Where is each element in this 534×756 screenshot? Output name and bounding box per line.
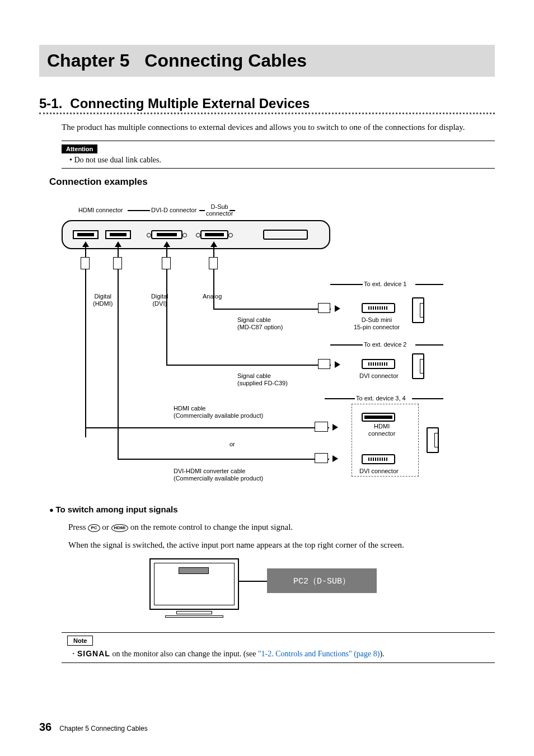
attention-label: Attention — [62, 144, 97, 153]
monitor-stand — [176, 611, 212, 614]
press-prefix: Press — [68, 522, 88, 531]
monitor-base — [165, 615, 223, 618]
label-ext-device-2: To ext. device 2 — [364, 341, 406, 348]
plug-dvi — [162, 257, 171, 269]
ext-device-2 — [412, 353, 424, 379]
note-text-suffix: ). — [380, 650, 384, 658]
label-digital-dvi: Digital (DVI) — [151, 293, 168, 307]
port-hdmi-1 — [73, 230, 99, 239]
press-or: or — [102, 522, 111, 531]
section-title: Connecting Multiple External Devices — [70, 96, 310, 111]
switch-signals-heading: To switch among input signals — [49, 505, 495, 514]
monitor-inner-port — [179, 567, 209, 574]
label-or: or — [229, 441, 235, 448]
plug-dsub-ext — [318, 303, 330, 313]
switch-instruction-1: Press PC or HDMI on the remote control t… — [68, 522, 495, 532]
note-label: Note — [67, 636, 93, 646]
label-ext-device-34: To ext. device 3, 4 — [356, 395, 406, 402]
note-block: Note ・SIGNAL on the monitor also can cha… — [62, 632, 495, 663]
port-aux — [263, 230, 308, 240]
port-hdmi-2 — [105, 230, 131, 239]
plug-dvi-hdmi-ext — [315, 453, 328, 463]
plug-hdmi-ext — [315, 422, 328, 432]
attention-bullet: Do not use dual link cables. — [69, 156, 495, 165]
section-heading: 5-1.Connecting Multiple External Devices — [39, 96, 495, 114]
page: Chapter 5 Connecting Cables 5-1.Connecti… — [0, 0, 534, 756]
label-hdmi-connector: HDMI connector — [78, 207, 123, 213]
monitor-front — [149, 558, 239, 610]
port-dsub — [200, 230, 228, 239]
signal-word: SIGNAL — [77, 649, 110, 658]
attention-block: Attention Do not use dual link cables. — [62, 141, 495, 169]
label-ext-device-1: To ext. device 1 — [364, 281, 406, 287]
connector-hdmi — [362, 413, 395, 422]
chapter-title-bar: Chapter 5 Connecting Cables — [39, 45, 495, 77]
label-signal-fdc39: Signal cable (supplied FD-C39) — [237, 372, 288, 387]
plug-hdmi-1 — [81, 257, 90, 269]
label-dvi-connector-1: DVI connector — [359, 372, 399, 380]
port-dvi — [151, 230, 182, 239]
note-link[interactable]: "1-2. Controls and Functions" (page 8) — [258, 650, 380, 658]
callout-line — [239, 581, 267, 582]
switch-instruction-2: When the signal is switched, the active … — [68, 540, 495, 550]
page-number: 36 — [39, 721, 51, 734]
connector-dvi — [362, 359, 395, 369]
plug-dvi-ext — [318, 359, 330, 369]
chapter-title: Connecting Cables — [144, 50, 307, 71]
ext-device-34 — [427, 427, 439, 453]
note-bullet-dot: ・ — [69, 650, 77, 658]
pc-button-icon: PC — [88, 524, 100, 532]
connection-examples-heading: Connection examples — [49, 176, 495, 188]
note-text-prefix: on the monitor also can change the input… — [110, 650, 258, 658]
label-dvi-hdmi-cable: DVI-HDMI converter cable (Commercially a… — [174, 468, 263, 482]
label-signal-mdc87: Signal cable (MD-C87 option) — [237, 316, 283, 331]
connection-diagram: HDMI connector DVI-D connector D-Sub con… — [62, 192, 465, 494]
label-dvi-connector: DVI-D connector — [151, 207, 196, 213]
label-digital-hdmi: Digital (HDMI) — [93, 293, 113, 307]
osd-illustration: PC2（D-SUB） — [149, 558, 385, 626]
label-dsub-mini: D-Sub mini 15-pin connector — [354, 316, 400, 331]
page-footer: 36 Chapter 5 Connecting Cables — [39, 721, 148, 734]
running-footer: Chapter 5 Connecting Cables — [59, 725, 147, 732]
hdmi-button-icon: HDMI — [111, 524, 128, 532]
chapter-number: Chapter 5 — [47, 50, 130, 71]
plug-hdmi-2 — [113, 257, 122, 269]
osd-label: PC2（D-SUB） — [267, 568, 377, 593]
label-hdmi-connector-ext: HDMI connector — [368, 423, 395, 437]
label-dvi-connector-2: DVI connector — [359, 468, 399, 475]
connector-dvi-2 — [362, 454, 395, 464]
connector-dsub-mini — [362, 303, 395, 313]
section-number: 5-1. — [39, 96, 62, 111]
ext-device-1 — [412, 297, 424, 323]
press-suffix: on the remote control to change the inpu… — [130, 522, 293, 531]
label-hdmi-cable: HDMI cable (Commercially available produ… — [174, 405, 263, 419]
plug-dsub — [209, 257, 218, 269]
label-analog: Analog — [203, 293, 222, 300]
section-intro-text: The product has multiple connections to … — [62, 121, 495, 134]
